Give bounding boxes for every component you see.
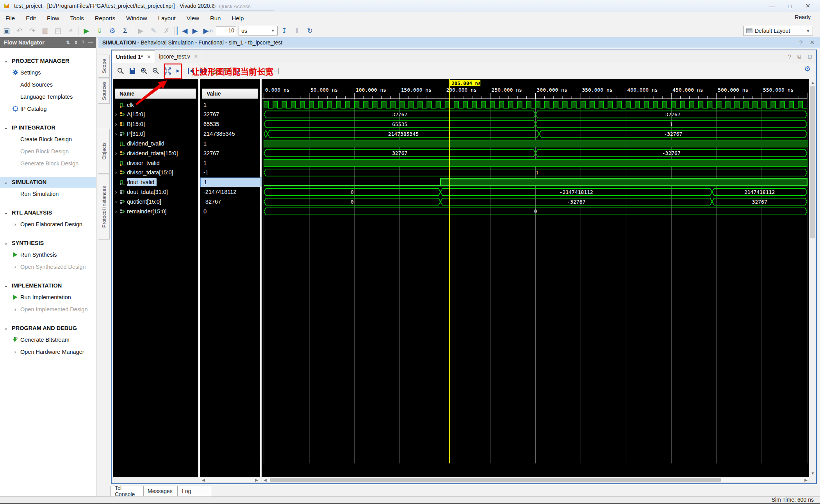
chevron-right-icon[interactable]: › xyxy=(113,131,119,137)
side-tab-scope[interactable]: Scope xyxy=(98,55,110,78)
wave-clk[interactable] xyxy=(264,101,807,108)
chevron-right-icon[interactable]: › xyxy=(113,208,119,215)
prev-marker-icon[interactable] xyxy=(246,66,258,76)
menu-flow[interactable]: Flow xyxy=(41,12,65,24)
restart-icon[interactable]: ▏◀ xyxy=(176,26,189,36)
settings-gear-icon[interactable]: ⚙ xyxy=(106,26,119,36)
chevron-right-icon[interactable]: › xyxy=(12,306,19,312)
delete-icon[interactable]: × xyxy=(64,26,77,36)
run-for-time-icon[interactable]: ▶(T) xyxy=(201,26,214,36)
sidebar-item-create-block-design[interactable]: Create Block Design xyxy=(0,133,96,145)
signal-name-row[interactable]: clk xyxy=(113,100,198,110)
chevron-right-icon[interactable]: › xyxy=(113,121,119,127)
scroll-up-icon[interactable]: ▲ xyxy=(809,79,816,86)
wave-dividend_tvalid[interactable] xyxy=(264,140,807,147)
menu-file[interactable]: File xyxy=(0,12,20,24)
redo-icon[interactable]: ↷ xyxy=(26,26,39,36)
sidebar-item-open-implemented-design[interactable]: ›Open Implemented Design xyxy=(0,303,96,315)
next-transition-icon[interactable] xyxy=(197,66,209,76)
vertical-scrollbar-thumb[interactable] xyxy=(810,86,815,238)
menu-help[interactable]: Help xyxy=(226,12,249,24)
sidebar-item-settings[interactable]: Settings xyxy=(0,66,96,78)
close-icon[interactable]: ✕ xyxy=(194,54,198,59)
run-all-icon[interactable]: ▶ xyxy=(189,26,201,36)
sidebar-item-open-hardware-manager[interactable]: ›Open Hardware Manager xyxy=(0,346,96,358)
chevron-down-icon[interactable]: ⌄ xyxy=(0,325,12,331)
chevron-right-icon[interactable]: › xyxy=(113,169,119,176)
window-tool-icon[interactable]: ? xyxy=(788,53,791,60)
sidebar-item-run-synthesis[interactable]: Run Synthesis xyxy=(0,248,96,261)
signal-value-row[interactable]: 65535 xyxy=(200,119,264,129)
menu-layout[interactable]: Layout xyxy=(153,12,181,24)
signal-name-row[interactable]: ›dout_tdata[31:0] xyxy=(113,187,198,197)
menu-reports[interactable]: Reports xyxy=(89,12,121,24)
zoom-out-icon[interactable] xyxy=(150,66,162,76)
wave-hscrollbar[interactable]: ◀ ▶ xyxy=(262,477,809,483)
step-icon[interactable]: ↧ xyxy=(278,26,291,36)
value-column-header[interactable]: Value xyxy=(202,89,258,99)
signal-value-row[interactable]: -1 xyxy=(200,168,264,177)
chevron-down-icon[interactable]: ⌄ xyxy=(0,58,12,64)
run-icon[interactable]: ▶ xyxy=(80,26,93,36)
waveform-plot-panel[interactable]: 0.000 ns50.000 ns100.000 ns150.000 ns200… xyxy=(262,79,809,477)
chevron-down-icon[interactable]: ⌄ xyxy=(0,179,12,185)
sidebar-item-generate-block-design[interactable]: Generate Block Design xyxy=(0,157,96,169)
zoom-to-cursor-icon[interactable] xyxy=(173,66,185,76)
relaunch-icon[interactable]: ↻ xyxy=(303,26,316,36)
flow-navigator-header-icon[interactable]: — xyxy=(88,40,93,45)
sidebar-section-simulation[interactable]: ⌄SIMULATION xyxy=(0,177,96,188)
signal-value-row[interactable]: 2147385345 xyxy=(200,129,264,139)
sidebar-item-generate-bitstream[interactable]: 01Generate Bitstream xyxy=(0,334,96,346)
signal-name-row[interactable]: ›divisor_tdata[15:0] xyxy=(113,168,198,177)
chevron-down-icon[interactable]: ⌄ xyxy=(0,125,12,130)
menu-tools[interactable]: Tools xyxy=(65,12,89,24)
chevron-down-icon[interactable]: ⌄ xyxy=(0,283,12,288)
signal-name-row[interactable]: ›quotient[15:0] xyxy=(113,197,198,207)
marker-span-icon[interactable] xyxy=(270,66,282,76)
layout-selector[interactable]: Default Layout ▼ xyxy=(743,26,813,36)
sidebar-section-project-manager[interactable]: ⌄PROJECT MANAGER xyxy=(0,55,96,66)
signal-value-row[interactable]: 32767 xyxy=(200,110,264,119)
signal-value-row[interactable]: 1 xyxy=(200,158,264,168)
signal-value-row[interactable]: 1 xyxy=(200,177,264,187)
signal-value-row[interactable]: 1 xyxy=(200,100,264,110)
bottom-tab-log[interactable]: Log xyxy=(178,486,211,496)
sidebar-item-run-implementation[interactable]: Run Implementation xyxy=(0,291,96,303)
chevron-right-icon[interactable]: › xyxy=(12,263,19,270)
sidebar-section-synthesis[interactable]: ⌄SYNTHESIS xyxy=(0,238,96,248)
undo-icon[interactable]: ↶ xyxy=(13,26,26,36)
sidebar-item-language-templates[interactable]: Language Templates xyxy=(0,91,96,103)
maximize-button[interactable]: □ xyxy=(781,0,799,12)
signal-value-row[interactable]: 1 xyxy=(200,138,264,148)
sidebar-item-open-elaborated-design[interactable]: ›Open Elaborated Design xyxy=(0,218,96,230)
chevron-right-icon[interactable]: › xyxy=(113,150,119,156)
flow-navigator-header-icon[interactable]: ⇅ xyxy=(66,40,70,45)
open-project-icon[interactable]: ▣ xyxy=(0,26,13,36)
swap-cursor-icon[interactable] xyxy=(209,66,220,76)
previous-transition-icon[interactable] xyxy=(185,66,197,76)
window-tool-icon[interactable]: ⧉ xyxy=(797,53,801,60)
chevron-down-icon[interactable]: ⌄ xyxy=(0,210,12,215)
close-icon[interactable]: ✕ xyxy=(147,54,151,60)
next-marker-icon[interactable] xyxy=(258,66,270,76)
signal-name-row[interactable]: ›P[31:0] xyxy=(113,129,198,139)
sidebar-section-implementation[interactable]: ⌄IMPLEMENTATION xyxy=(0,280,96,291)
close-icon[interactable]: ✕ xyxy=(809,39,815,46)
signal-value-row[interactable]: 0 xyxy=(200,206,264,216)
minimize-button[interactable]: — xyxy=(763,0,781,12)
name-column-header[interactable]: Name xyxy=(115,89,196,99)
sidebar-section-ip-integrator[interactable]: ⌄IP INTEGRATOR xyxy=(0,122,96,133)
menu-run[interactable]: Run xyxy=(205,12,226,24)
paste-icon[interactable]: ▤ xyxy=(52,26,64,36)
chevron-right-icon[interactable]: › xyxy=(113,189,119,195)
signal-name-row[interactable]: ›B[15:0] xyxy=(113,119,198,129)
menu-edit[interactable]: Edit xyxy=(20,12,41,24)
edit-disabled-icon[interactable]: ✎ xyxy=(147,26,160,36)
sidebar-item-ip-catalog[interactable]: IP Catalog xyxy=(0,103,96,115)
signal-name-row[interactable]: dout_tvalid xyxy=(113,177,198,187)
save-icon[interactable] xyxy=(127,66,138,76)
sidebar-section-rtl-analysis[interactable]: ⌄RTL ANALYSIS xyxy=(0,207,96,218)
side-tab-protocol-instances[interactable]: Protocol Instances xyxy=(98,174,110,240)
copy-icon[interactable]: ▥ xyxy=(39,26,52,36)
sidebar-item-open-synthesized-design[interactable]: ›Open Synthesized Design xyxy=(0,261,96,273)
